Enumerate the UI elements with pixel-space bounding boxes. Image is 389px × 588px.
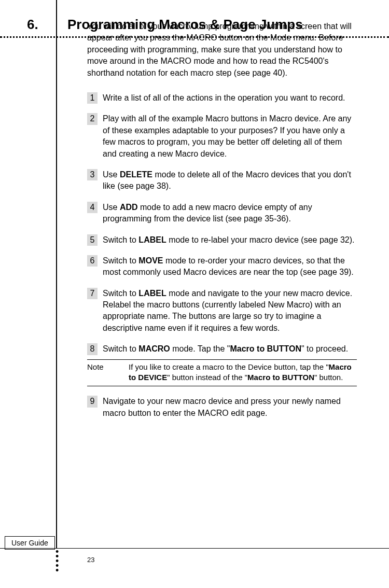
step-number: 3 xyxy=(87,169,98,180)
step-number: 7 xyxy=(87,288,98,299)
step-8: 8 Switch to MACRO mode. Tap the "Macro t… xyxy=(87,343,357,355)
step-text: Switch to LABEL mode to re-label your ma… xyxy=(103,234,357,246)
step-6: 6 Switch to MOVE mode to re-order your m… xyxy=(87,255,357,278)
step-number: 4 xyxy=(87,202,98,213)
step-9: 9 Navigate to your new macro device and … xyxy=(87,396,357,419)
step-5: 5 Switch to LABEL mode to re-label your … xyxy=(87,234,357,246)
step-2: 2 Play with all of the example Macro but… xyxy=(87,113,357,160)
step-number: 8 xyxy=(87,343,98,355)
step-number: 1 xyxy=(87,92,98,104)
step-3: 3 Use DELETE mode to delete all of the M… xyxy=(87,169,357,192)
step-7: 7 Switch to LABEL mode and navigate to t… xyxy=(87,288,357,334)
step-text: Use ADD mode to add a new macro device e… xyxy=(103,202,357,225)
step-1: 1 Write a list of all of the actions in … xyxy=(87,92,357,104)
vertical-rule xyxy=(56,0,57,548)
note-label: Note xyxy=(87,362,129,383)
step-text: Switch to MACRO mode. Tap the "Macro to … xyxy=(103,343,357,355)
step-text: Write a list of all of the actions in th… xyxy=(103,92,357,104)
page-number: 23 xyxy=(87,556,94,564)
step-text: Switch to MOVE mode to re-order your mac… xyxy=(103,255,357,278)
intro-paragraph: You will do all of your Macro/Jump progr… xyxy=(87,21,354,79)
step-text: Use DELETE mode to delete all of the Mac… xyxy=(103,169,357,192)
note-text: If you like to create a macro to the Dev… xyxy=(129,362,357,383)
step-text: Navigate to your new macro device and pr… xyxy=(103,396,357,419)
step-number: 6 xyxy=(87,255,98,267)
step-text: Switch to LABEL mode and navigate to the… xyxy=(103,288,357,334)
chapter-number: 6. xyxy=(27,17,38,33)
step-text: Play with all of the example Macro butto… xyxy=(103,113,357,160)
step-number: 9 xyxy=(87,396,98,407)
step-number: 2 xyxy=(87,113,98,124)
steps-list: 1 Write a list of all of the actions in … xyxy=(87,92,357,428)
step-number: 5 xyxy=(87,234,98,246)
step-4: 4 Use ADD mode to add a new macro device… xyxy=(87,202,357,225)
note-block: Note If you like to create a macro to th… xyxy=(87,359,357,387)
vertical-dots: ••••• xyxy=(55,550,59,573)
